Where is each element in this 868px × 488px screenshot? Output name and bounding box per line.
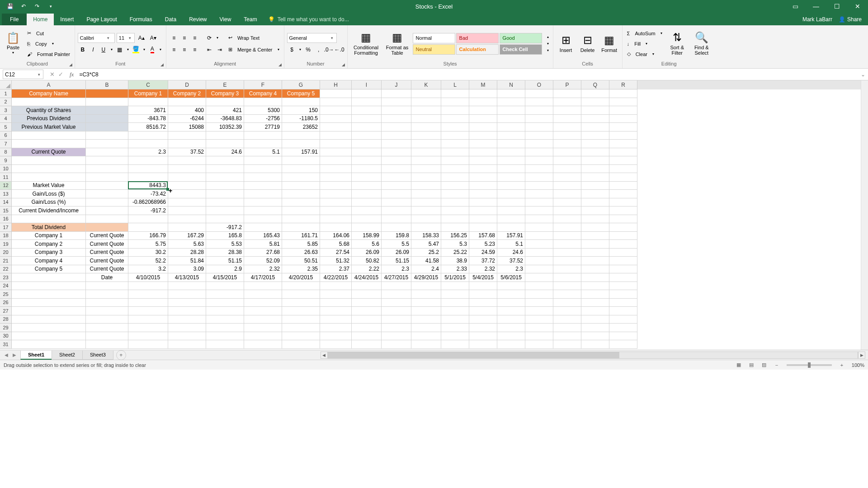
cell-J9[interactable]: [382, 156, 411, 165]
cell-A1[interactable]: Company Name: [12, 89, 86, 98]
cell-I13[interactable]: [352, 190, 382, 198]
cell-P8[interactable]: [553, 148, 581, 157]
cell-A20[interactable]: Company 3: [12, 249, 86, 257]
cell-O14[interactable]: [525, 198, 553, 207]
zoom-level[interactable]: 100%: [852, 362, 864, 368]
cell-L10[interactable]: [441, 165, 469, 174]
cell-M15[interactable]: [469, 206, 497, 215]
cell-R20[interactable]: [609, 249, 637, 257]
cell-A17[interactable]: Total Dividend: [12, 223, 86, 232]
cell-J12[interactable]: [382, 182, 411, 190]
cell-K3[interactable]: [411, 106, 441, 115]
name-box-input[interactable]: [3, 71, 35, 78]
cell-R24[interactable]: [609, 282, 637, 291]
cell-L2[interactable]: [441, 98, 469, 107]
cell-P18[interactable]: [553, 232, 581, 240]
cell-J30[interactable]: [382, 332, 411, 341]
cell-E4[interactable]: -3648.83: [206, 115, 244, 123]
cell-O8[interactable]: [525, 148, 553, 157]
cell-L9[interactable]: [441, 156, 469, 165]
cell-C21[interactable]: 52.2: [128, 257, 168, 265]
cell-P26[interactable]: [553, 299, 581, 307]
cell-L8[interactable]: [441, 148, 469, 157]
cell-R2[interactable]: [609, 98, 637, 107]
cell-I12[interactable]: [352, 182, 382, 190]
cell-J25[interactable]: [382, 290, 411, 299]
cell-I21[interactable]: 50.82: [352, 257, 382, 265]
cell-J24[interactable]: [382, 282, 411, 291]
cell-M28[interactable]: [469, 315, 497, 324]
cell-R9[interactable]: [609, 156, 637, 165]
ribbon-options-button[interactable]: ▭: [785, 0, 806, 13]
row-header-23[interactable]: 23: [0, 273, 12, 282]
cell-B29[interactable]: [86, 324, 128, 332]
cell-N20[interactable]: 24.6: [497, 249, 525, 257]
cell-K8[interactable]: [411, 148, 441, 157]
cell-L1[interactable]: [441, 89, 469, 98]
row-header-29[interactable]: 29: [0, 324, 12, 332]
comma-format-button[interactable]: ,: [314, 45, 324, 55]
cell-G26[interactable]: [282, 299, 320, 307]
cell-P22[interactable]: [553, 265, 581, 274]
cell-M1[interactable]: [469, 89, 497, 98]
cell-K11[interactable]: [411, 173, 441, 182]
cell-Q25[interactable]: [581, 290, 609, 299]
underline-button[interactable]: U: [99, 45, 108, 55]
cell-K2[interactable]: [411, 98, 441, 107]
cell-G19[interactable]: 5.85: [282, 240, 320, 249]
cell-H18[interactable]: 164.06: [320, 232, 352, 240]
number-dialog-launcher[interactable]: ◢: [341, 62, 346, 67]
cell-A27[interactable]: [12, 307, 86, 315]
cell-B24[interactable]: [86, 282, 128, 291]
cell-D29[interactable]: [168, 324, 206, 332]
cell-Q29[interactable]: [581, 324, 609, 332]
chevron-down-icon[interactable]: ▾: [127, 36, 133, 40]
cell-L28[interactable]: [441, 315, 469, 324]
cell-N30[interactable]: [497, 332, 525, 341]
cell-A10[interactable]: [12, 165, 86, 174]
cell-N27[interactable]: [497, 307, 525, 315]
cell-P30[interactable]: [553, 332, 581, 341]
cell-G15[interactable]: [282, 206, 320, 215]
cell-F1[interactable]: Company 4: [244, 89, 282, 98]
cell-P12[interactable]: [553, 182, 581, 190]
cell-C8[interactable]: 2.3: [128, 148, 168, 157]
cell-R12[interactable]: [609, 182, 637, 190]
cell-D24[interactable]: [168, 282, 206, 291]
cell-L14[interactable]: [441, 198, 469, 207]
cell-C10[interactable]: [128, 165, 168, 174]
row-header-27[interactable]: 27: [0, 307, 12, 315]
sheet-nav-next[interactable]: ▶: [11, 352, 18, 359]
cell-I24[interactable]: [352, 282, 382, 291]
cell-A29[interactable]: [12, 324, 86, 332]
cell-N7[interactable]: [497, 140, 525, 148]
user-name[interactable]: Mark LaBarr: [802, 16, 832, 23]
cell-N12[interactable]: [497, 182, 525, 190]
cell-E22[interactable]: 2.9: [206, 265, 244, 274]
cell-C17[interactable]: [128, 223, 168, 232]
cell-P15[interactable]: [553, 206, 581, 215]
number-format-input[interactable]: [288, 35, 329, 41]
cell-R22[interactable]: [609, 265, 637, 274]
tab-home[interactable]: Home: [27, 14, 54, 25]
cell-Q8[interactable]: [581, 148, 609, 157]
cell-H25[interactable]: [320, 290, 352, 299]
cell-F16[interactable]: [244, 215, 282, 224]
percent-format-button[interactable]: %: [303, 45, 313, 55]
cell-N16[interactable]: [497, 215, 525, 224]
cell-K5[interactable]: [411, 123, 441, 131]
cell-H1[interactable]: [320, 89, 352, 98]
cell-C22[interactable]: 3.2: [128, 265, 168, 274]
clear-button[interactable]: ◇ Clear ▾: [625, 49, 664, 59]
cell-C20[interactable]: 30.2: [128, 249, 168, 257]
cell-G10[interactable]: [282, 165, 320, 174]
cell-G23[interactable]: 4/20/2015: [282, 273, 320, 282]
cell-B25[interactable]: [86, 290, 128, 299]
page-break-view-button[interactable]: ▨: [759, 361, 769, 369]
cell-I1[interactable]: [352, 89, 382, 98]
cell-I15[interactable]: [352, 206, 382, 215]
cell-P3[interactable]: [553, 106, 581, 115]
cell-M26[interactable]: [469, 299, 497, 307]
close-button[interactable]: ✕: [847, 0, 868, 13]
cell-K16[interactable]: [411, 215, 441, 224]
